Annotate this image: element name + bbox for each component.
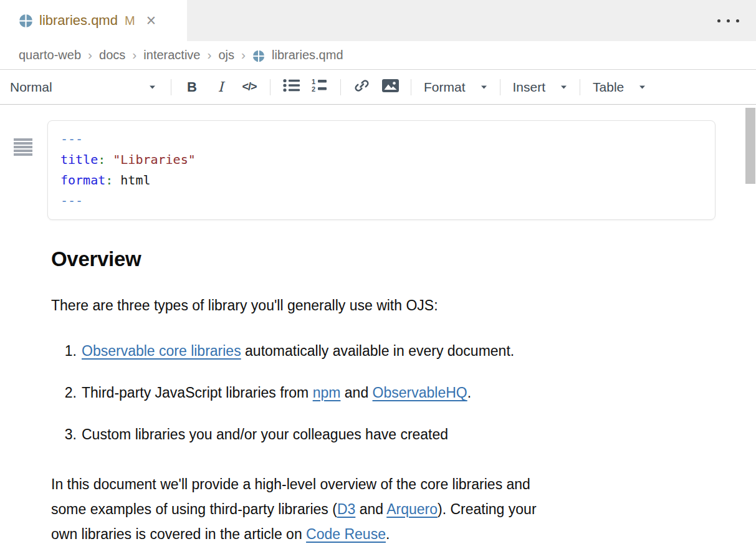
bullet-list-icon (283, 79, 300, 95)
drag-handle-icon[interactable] (14, 138, 32, 156)
list-number: 3. (62, 426, 77, 443)
paragraph-text: some examples of using third-party libra… (51, 501, 337, 517)
link-icon (354, 79, 370, 96)
breadcrumb-item-ojs[interactable]: ojs (218, 48, 234, 62)
yaml-delimiter: --- (60, 131, 83, 146)
toolbar-divider (270, 79, 270, 95)
image-icon (382, 79, 399, 95)
quarto-file-icon (19, 14, 33, 28)
yaml-value: "Libraries" (113, 152, 195, 167)
outro-paragraph: In this document we'll provide a high-le… (51, 472, 756, 547)
toolbar-divider (411, 79, 411, 95)
breadcrumb-separator: › (241, 47, 246, 62)
breadcrumb: quarto-web › docs › interactive › ojs › … (0, 41, 756, 70)
breadcrumb-separator: › (207, 47, 211, 62)
yaml-line: format:html (60, 170, 715, 191)
yaml-frontmatter-block[interactable]: --- title:"Libraries" format:html --- (47, 120, 715, 220)
breadcrumb-separator: › (132, 47, 136, 62)
close-tab-icon[interactable]: × (146, 12, 156, 29)
link-button[interactable] (347, 75, 376, 100)
list-item: 1. Observable core libraries automatical… (62, 343, 756, 360)
list-item-text: Third-party JavaScript libraries from (82, 384, 313, 401)
link-d3[interactable]: D3 (337, 501, 355, 517)
yaml-key: title (60, 152, 98, 167)
list-item-text: Custom libraries you and/or your colleag… (82, 426, 448, 442)
link-arquero[interactable]: Arquero (386, 501, 438, 517)
chevron-down-icon (481, 85, 487, 90)
toolbar-divider (171, 79, 171, 95)
paragraph-text: and (355, 501, 386, 517)
bullet-list-button[interactable] (277, 75, 305, 100)
link-observablehq[interactable]: ObservableHQ (373, 384, 467, 401)
modified-badge: M (125, 14, 135, 28)
tab-title: libraries.qmd (39, 12, 118, 29)
link-observable-core-libraries[interactable]: Observable core libraries (82, 343, 241, 359)
code-button[interactable]: </> (235, 75, 264, 100)
table-menu[interactable]: Table (586, 80, 652, 95)
breadcrumb-item-interactive[interactable]: interactive (143, 48, 200, 62)
numbered-list: 1. Observable core libraries automatical… (62, 343, 756, 443)
formatting-toolbar: Normal B I </> 12 (0, 70, 756, 105)
list-item-text: and (340, 384, 372, 401)
insert-menu[interactable]: Insert (507, 80, 574, 95)
toolbar-divider (340, 79, 341, 95)
yaml-colon: : (105, 173, 113, 188)
paragraph-style-select[interactable]: Normal (9, 80, 165, 95)
more-actions-icon[interactable] (717, 19, 739, 22)
list-item-text: . (467, 384, 471, 401)
link-npm[interactable]: npm (313, 384, 341, 401)
table-menu-label: Table (593, 80, 624, 95)
list-item: 2. Third-party JavaScript libraries from… (62, 384, 756, 401)
yaml-delimiter: --- (60, 193, 83, 208)
yaml-line: --- (60, 129, 715, 150)
image-button[interactable] (376, 75, 404, 100)
breadcrumb-separator: › (88, 47, 92, 62)
list-number: 1. (62, 343, 77, 360)
chevron-down-icon (149, 85, 156, 90)
numbered-list-icon: 12 (312, 79, 328, 95)
breadcrumb-item-libraries-qmd[interactable]: libraries.qmd (272, 48, 343, 62)
svg-text:1: 1 (312, 79, 315, 85)
yaml-line: --- (60, 191, 715, 211)
paragraph-text: own libraries is covered in the article … (51, 526, 306, 542)
quarto-file-icon (252, 50, 265, 62)
tab-libraries-qmd[interactable]: libraries.qmd M × (0, 0, 187, 41)
svg-text:2: 2 (312, 85, 315, 92)
paragraph-text: . (386, 526, 390, 542)
bold-button[interactable]: B (178, 75, 206, 100)
tab-bar: libraries.qmd M × (0, 0, 756, 41)
chevron-down-icon (639, 85, 646, 90)
italic-button[interactable]: I (206, 75, 235, 100)
code-icon: </> (242, 80, 256, 93)
format-menu[interactable]: Format (418, 80, 494, 95)
paragraph-style-value: Normal (10, 80, 52, 95)
toolbar-divider (500, 79, 500, 95)
insert-menu-label: Insert (513, 80, 546, 95)
list-item-text: automatically available in every documen… (241, 343, 515, 359)
format-menu-label: Format (424, 80, 466, 95)
editor-window: libraries.qmd M × quarto-web › docs › in… (0, 0, 756, 554)
link-code-reuse[interactable]: Code Reuse (306, 526, 386, 542)
yaml-value: html (120, 173, 150, 188)
breadcrumb-item-docs[interactable]: docs (99, 48, 125, 62)
list-number: 2. (62, 384, 77, 401)
yaml-colon: : (98, 152, 105, 167)
chevron-down-icon (560, 85, 567, 90)
italic-icon: I (218, 79, 224, 95)
numbered-list-button[interactable]: 12 (305, 75, 334, 100)
document-canvas[interactable]: --- title:"Libraries" format:html --- Ov… (0, 120, 756, 547)
list-item: 3. Custom libraries you and/or your coll… (62, 426, 756, 443)
paragraph-text: ). Creating your (438, 501, 537, 517)
toolbar-divider (580, 79, 580, 95)
bold-icon: B (187, 79, 197, 95)
page-heading: Overview (51, 247, 756, 271)
breadcrumb-item-quarto-web[interactable]: quarto-web (19, 48, 81, 62)
scrollbar-thumb[interactable] (745, 108, 755, 184)
yaml-line: title:"Libraries" (60, 150, 715, 170)
yaml-key: format (60, 173, 105, 188)
paragraph-text: In this document we'll provide a high-le… (51, 476, 530, 492)
intro-paragraph: There are three types of library you'll … (51, 297, 756, 314)
